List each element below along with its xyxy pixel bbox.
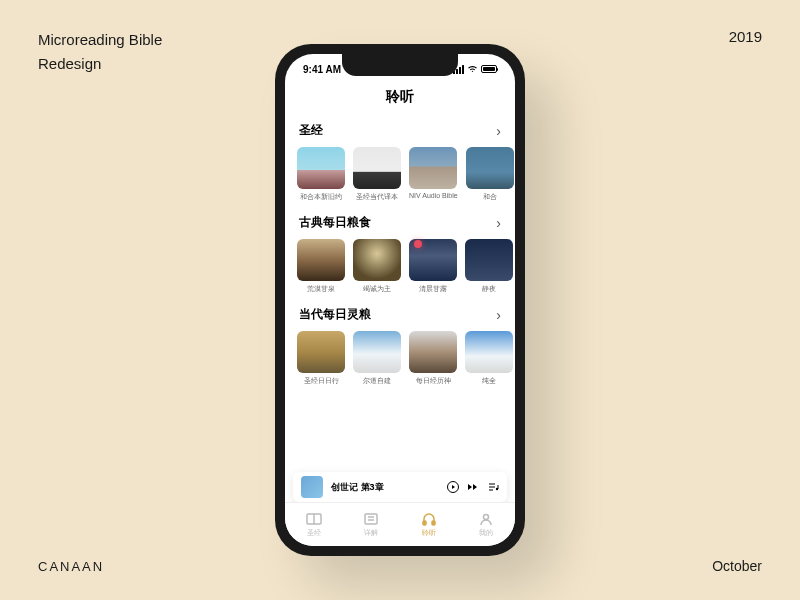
card-thumb — [409, 331, 457, 373]
chevron-right-icon: › — [496, 307, 501, 323]
card-thumb — [465, 331, 513, 373]
canvas-month: October — [712, 558, 762, 574]
svg-rect-3 — [365, 514, 377, 524]
chevron-right-icon: › — [496, 123, 501, 139]
tab-commentary[interactable]: 详解 — [362, 512, 380, 538]
phone-frame: 9:41 AM 聆听 圣经 › 和合本新旧约 圣经当代译本 NIV Audio … — [275, 44, 525, 556]
audio-card[interactable]: 圣经日日行 — [297, 331, 345, 386]
tab-bible[interactable]: 圣经 — [305, 512, 323, 538]
audio-card[interactable]: 静夜 — [465, 239, 513, 294]
card-thumb — [353, 331, 401, 373]
touch-indicator-icon — [414, 240, 422, 248]
card-label: 荒漠甘泉 — [297, 284, 345, 294]
card-thumb — [297, 239, 345, 281]
card-label: 静夜 — [465, 284, 513, 294]
audio-card[interactable]: 纯全 — [465, 331, 513, 386]
book-icon — [305, 512, 323, 526]
play-icon[interactable] — [447, 481, 459, 493]
tab-bar: 圣经 详解 聆听 我的 — [285, 502, 515, 546]
card-thumb — [297, 331, 345, 373]
phone-screen: 9:41 AM 聆听 圣经 › 和合本新旧约 圣经当代译本 NIV Audio … — [285, 54, 515, 546]
fast-forward-icon[interactable] — [467, 481, 479, 493]
card-label: 纯全 — [465, 376, 513, 386]
page-title: 聆听 — [285, 84, 515, 116]
chevron-right-icon: › — [496, 215, 501, 231]
card-label: 尔道自建 — [353, 376, 401, 386]
card-label: 和合 — [466, 192, 514, 202]
audio-card[interactable]: 每日经历神 — [409, 331, 457, 386]
content-scroll[interactable]: 圣经 › 和合本新旧约 圣经当代译本 NIV Audio Bible 和合 古典… — [285, 116, 515, 498]
card-thumb — [466, 147, 514, 189]
canvas-author: CANAAN — [38, 559, 104, 574]
playlist-icon[interactable] — [487, 481, 499, 493]
notes-icon — [362, 512, 380, 526]
person-icon — [477, 512, 495, 526]
section-title: 古典每日粮食 — [299, 214, 371, 231]
section-row: 圣经日日行 尔道自建 每日经历神 纯全 — [297, 331, 503, 386]
audio-card[interactable]: 荒漠甘泉 — [297, 239, 345, 294]
audio-card[interactable]: 和合本新旧约 — [297, 147, 345, 202]
player-title: 创世记 第3章 — [331, 481, 439, 494]
section-header-bible[interactable]: 圣经 › — [297, 116, 503, 147]
mini-player[interactable]: 创世记 第3章 — [293, 472, 507, 502]
notch — [342, 54, 458, 76]
card-thumb — [353, 147, 401, 189]
card-label: 清晨甘露 — [409, 284, 457, 294]
wifi-icon — [467, 65, 478, 73]
audio-card[interactable]: 和合 — [466, 147, 514, 202]
canvas-title: Microreading Bible Redesign — [38, 28, 162, 76]
card-label: NIV Audio Bible — [409, 192, 458, 199]
svg-point-6 — [484, 514, 489, 519]
card-thumb — [353, 239, 401, 281]
status-time: 9:41 AM — [303, 64, 341, 75]
player-controls — [447, 481, 499, 493]
tab-label: 我的 — [479, 528, 493, 538]
svg-rect-4 — [423, 521, 426, 525]
card-label: 每日经历神 — [409, 376, 457, 386]
section-row: 荒漠甘泉 竭诚为主 清晨甘露 静夜 — [297, 239, 503, 294]
audio-card[interactable]: 圣经当代译本 — [353, 147, 401, 202]
headphones-icon — [420, 512, 438, 526]
card-label: 圣经当代译本 — [353, 192, 401, 202]
card-label: 和合本新旧约 — [297, 192, 345, 202]
canvas-year: 2019 — [729, 28, 762, 45]
section-header-modern[interactable]: 当代每日灵粮 › — [297, 300, 503, 331]
card-label: 竭诚为主 — [353, 284, 401, 294]
audio-card[interactable]: 竭诚为主 — [353, 239, 401, 294]
tab-label: 圣经 — [307, 528, 321, 538]
tab-listen[interactable]: 聆听 — [420, 512, 438, 538]
card-label: 圣经日日行 — [297, 376, 345, 386]
svg-rect-5 — [432, 521, 435, 525]
section-header-classic[interactable]: 古典每日粮食 › — [297, 208, 503, 239]
section-title: 圣经 — [299, 122, 323, 139]
tab-label: 详解 — [364, 528, 378, 538]
tab-label: 聆听 — [422, 528, 436, 538]
section-title: 当代每日灵粮 — [299, 306, 371, 323]
battery-icon — [481, 65, 497, 73]
section-row: 和合本新旧约 圣经当代译本 NIV Audio Bible 和合 — [297, 147, 503, 202]
card-thumb — [409, 147, 457, 189]
player-thumb — [301, 476, 323, 498]
audio-card[interactable]: NIV Audio Bible — [409, 147, 458, 202]
tab-profile[interactable]: 我的 — [477, 512, 495, 538]
card-thumb — [465, 239, 513, 281]
card-thumb — [297, 147, 345, 189]
audio-card[interactable]: 尔道自建 — [353, 331, 401, 386]
